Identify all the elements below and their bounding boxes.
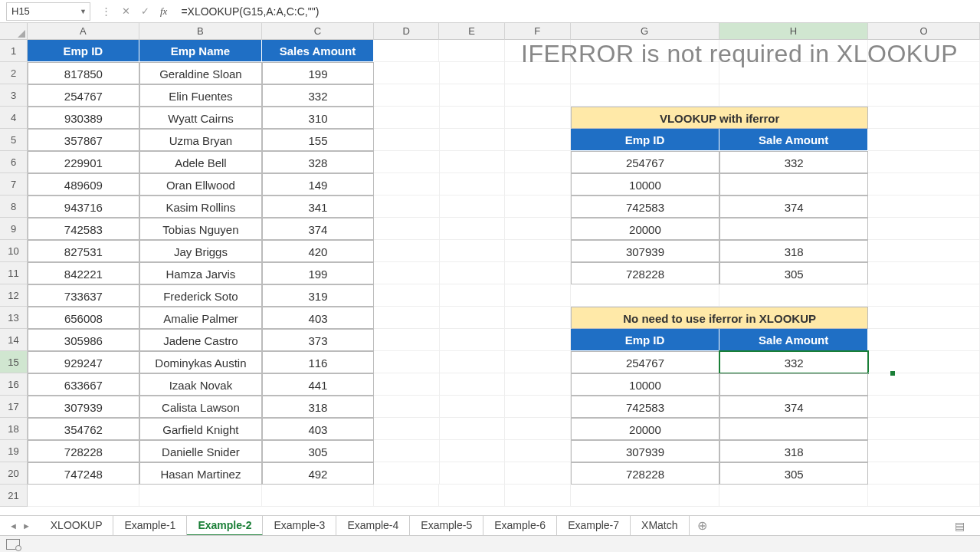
cell[interactable]: 332 xyxy=(719,151,868,173)
cell[interactable]: Dominykas Austin xyxy=(139,351,262,373)
cell[interactable]: 199 xyxy=(262,62,374,84)
cell[interactable]: 318 xyxy=(262,396,374,418)
cell[interactable]: 116 xyxy=(262,351,374,373)
cell[interactable] xyxy=(505,418,571,440)
cell[interactable]: 728228 xyxy=(571,262,719,284)
cell[interactable]: 254767 xyxy=(571,151,719,173)
cell[interactable] xyxy=(440,129,506,151)
cell[interactable] xyxy=(505,107,571,129)
cell[interactable]: 742583 xyxy=(571,196,719,218)
chevron-down-icon[interactable]: ▼ xyxy=(80,8,87,15)
cell[interactable]: 374 xyxy=(719,396,868,418)
cell[interactable] xyxy=(440,218,506,240)
cell[interactable] xyxy=(440,84,506,107)
cell[interactable] xyxy=(505,151,571,173)
cell[interactable] xyxy=(868,196,980,218)
cell[interactable]: 742583 xyxy=(571,396,719,418)
cell[interactable] xyxy=(374,84,440,107)
column-header-E[interactable]: E xyxy=(439,23,505,40)
cell[interactable]: 20000 xyxy=(571,418,719,440)
sheet-tab-example-5[interactable]: Example-5 xyxy=(410,516,483,536)
tab-next-icon[interactable]: ► xyxy=(21,520,32,532)
cell[interactable] xyxy=(440,262,506,284)
cell[interactable]: Frederick Soto xyxy=(139,284,262,307)
cell[interactable] xyxy=(374,129,440,151)
cell[interactable] xyxy=(505,173,571,196)
cell[interactable]: 155 xyxy=(262,129,374,151)
cell[interactable]: Elin Fuentes xyxy=(139,84,262,107)
cell[interactable] xyxy=(374,240,440,262)
column-header-C[interactable]: C xyxy=(262,23,374,40)
cell[interactable] xyxy=(571,284,719,307)
cell[interactable]: 305 xyxy=(262,440,374,462)
cell[interactable] xyxy=(440,329,506,351)
cell[interactable]: 827531 xyxy=(28,240,139,262)
cell[interactable] xyxy=(374,218,440,240)
cell[interactable] xyxy=(505,440,571,462)
column-header-D[interactable]: D xyxy=(374,23,440,40)
cell[interactable] xyxy=(440,418,506,440)
cell[interactable] xyxy=(868,418,980,440)
cell[interactable]: Jadene Castro xyxy=(139,329,262,351)
sheet-tab-example-2[interactable]: Example-2 xyxy=(187,516,263,536)
row-header-9[interactable]: 9 xyxy=(0,218,28,240)
cell[interactable] xyxy=(440,351,506,373)
cell[interactable]: Jay Briggs xyxy=(139,240,262,262)
cell[interactable] xyxy=(374,40,440,62)
cell[interactable]: 728228 xyxy=(28,440,139,462)
cell[interactable] xyxy=(440,396,506,418)
row-header-1[interactable]: 1 xyxy=(0,40,28,62)
cell[interactable] xyxy=(868,240,980,262)
cell[interactable]: Geraldine Sloan xyxy=(139,62,262,84)
cell[interactable] xyxy=(868,151,980,173)
cell[interactable]: 319 xyxy=(262,284,374,307)
row-header-11[interactable]: 11 xyxy=(0,262,28,284)
tab-prev-icon[interactable]: ◄ xyxy=(8,520,19,532)
cell[interactable]: 305986 xyxy=(28,329,139,351)
cell[interactable]: 149 xyxy=(262,173,374,196)
cell[interactable] xyxy=(868,462,980,485)
cell[interactable] xyxy=(440,173,506,196)
row-header-7[interactable]: 7 xyxy=(0,173,28,196)
cancel-icon[interactable]: ✕ xyxy=(122,5,130,17)
cell[interactable]: 307939 xyxy=(571,440,719,462)
cell[interactable]: 420 xyxy=(262,240,374,262)
sheet-tab-example-1[interactable]: Example-1 xyxy=(113,516,187,536)
cell[interactable] xyxy=(505,240,571,262)
cell[interactable] xyxy=(719,485,868,507)
cell[interactable]: Sale Amount xyxy=(719,129,868,151)
cell[interactable] xyxy=(868,284,980,307)
cell[interactable]: 332 xyxy=(719,351,868,373)
cell[interactable] xyxy=(505,84,571,107)
cell[interactable] xyxy=(374,284,440,307)
cell[interactable] xyxy=(374,62,440,84)
cell[interactable] xyxy=(374,107,440,129)
formula-input[interactable]: =XLOOKUP(G15,A:A,C:C,"") xyxy=(175,5,980,18)
cell[interactable] xyxy=(505,329,571,351)
cell[interactable] xyxy=(868,218,980,240)
cell[interactable] xyxy=(440,62,506,84)
cell[interactable]: 354762 xyxy=(28,418,139,440)
cell[interactable]: 328 xyxy=(262,151,374,173)
cell[interactable] xyxy=(505,373,571,396)
cell[interactable] xyxy=(440,307,506,329)
cell[interactable]: No need to use iferror in XLOOKUP xyxy=(571,307,868,329)
cell[interactable] xyxy=(374,396,440,418)
sheet-tab-example-3[interactable]: Example-3 xyxy=(263,516,336,536)
tab-menu-icon[interactable]: ▤ xyxy=(939,520,980,532)
cell[interactable]: 929247 xyxy=(28,351,139,373)
column-header-B[interactable]: B xyxy=(139,23,262,40)
cell[interactable]: 341 xyxy=(262,196,374,218)
cell[interactable]: 374 xyxy=(719,196,868,218)
cell[interactable] xyxy=(440,462,506,485)
cell[interactable]: 742583 xyxy=(28,218,139,240)
row-header-13[interactable]: 13 xyxy=(0,307,28,329)
cell[interactable]: 305 xyxy=(719,262,868,284)
name-box[interactable]: H15 ▼ xyxy=(6,2,90,21)
cell[interactable]: Kasim Rollins xyxy=(139,196,262,218)
cell[interactable] xyxy=(374,440,440,462)
cell[interactable] xyxy=(719,418,868,440)
cell[interactable] xyxy=(440,373,506,396)
cell[interactable] xyxy=(719,84,868,107)
cell[interactable]: 403 xyxy=(262,418,374,440)
